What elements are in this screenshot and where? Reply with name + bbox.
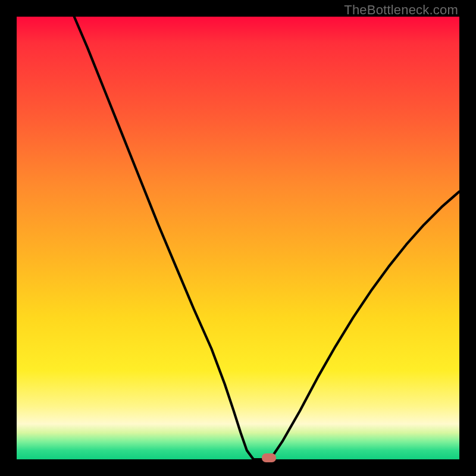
bottleneck-curve [17,17,459,459]
attribution-text: TheBottleneck.com [344,2,458,18]
curve-path [74,17,459,459]
optimum-marker [262,453,276,462]
chart-frame: TheBottleneck.com [0,0,476,476]
plot-area [17,17,459,459]
